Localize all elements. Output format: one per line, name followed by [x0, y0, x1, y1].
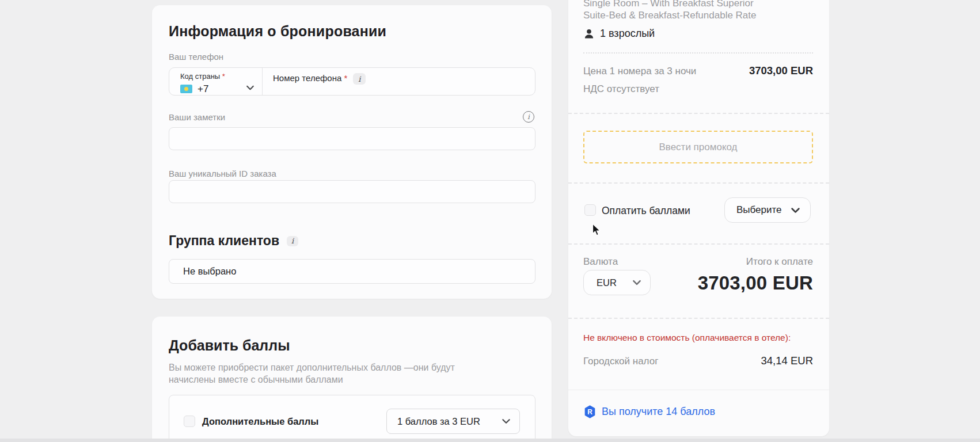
price-value: 3703,00 EUR	[749, 64, 813, 77]
total-label: Итого к оплате	[746, 256, 813, 268]
required-asterisk: *	[222, 72, 225, 81]
extra-points-selected-option: 1 баллов за 3 EUR	[397, 416, 480, 427]
person-icon	[583, 28, 595, 40]
info-icon[interactable]: i	[523, 111, 534, 123]
notes-input-wrap	[169, 127, 535, 150]
extra-points-select[interactable]: 1 баллов за 3 EUR	[386, 409, 520, 434]
mouse-cursor-icon	[592, 223, 602, 237]
extra-points-checkbox[interactable]	[184, 416, 195, 427]
booking-info-card: Информация о бронировании Ваш телефон Ко…	[152, 5, 552, 299]
pay-with-points-checkbox[interactable]	[584, 204, 596, 216]
client-group-header: Группа клиентов i	[169, 233, 298, 249]
separator	[568, 243, 829, 245]
guests-count: 1 взрослый	[600, 28, 655, 40]
booking-info-title: Информация о бронировании	[169, 23, 386, 40]
separator	[568, 182, 829, 184]
add-points-description: Вы можете приобрести пакет дополнительны…	[169, 361, 483, 386]
country-code-label: Код страны *	[180, 72, 255, 81]
vat-note: НДС отсутствует	[583, 83, 659, 95]
extra-points-label: Дополнительные баллы	[202, 416, 318, 427]
add-points-title: Добавить баллы	[169, 337, 290, 354]
order-id-input[interactable]	[169, 181, 535, 203]
total-value: 3703,00 EUR	[698, 272, 813, 294]
phone-label: Ваш телефон	[169, 52, 223, 62]
chevron-down-icon	[632, 277, 642, 288]
booking-summary-card: Single Room – With Breakfast Superior Su…	[568, 0, 829, 436]
currency-value: EUR	[597, 277, 617, 288]
client-group-title: Группа клиентов	[169, 233, 279, 249]
country-code-select[interactable]: Код страны * +7	[169, 68, 262, 95]
rewards-badge-icon: R	[583, 405, 597, 418]
currency-label: Валюта	[583, 256, 618, 268]
room-title-line2: Suite-Bed & Breakfast-Refundable Rate	[583, 9, 819, 21]
notes-input[interactable]	[169, 128, 535, 150]
order-id-label: Ваш уникальный ID заказа	[169, 169, 276, 178]
required-asterisk: *	[344, 73, 347, 83]
country-code-value-row: +7	[180, 83, 255, 95]
chevron-down-icon	[245, 83, 255, 95]
booking-page: Информация о бронировании Ваш телефон Ко…	[0, 0, 980, 442]
chevron-down-icon	[790, 205, 801, 216]
promo-code-button[interactable]: Ввести промокод	[583, 131, 813, 163]
guests-row: 1 взрослый	[583, 28, 655, 40]
order-id-input-wrap	[169, 180, 535, 203]
separator	[568, 318, 829, 319]
points-earned-row: R Вы получите 14 баллов	[583, 405, 715, 418]
pay-with-points-label: Оплатить баллами	[602, 205, 690, 217]
separator	[583, 52, 813, 54]
phone-input-group: Код страны * +7 Номер телефона * i	[169, 67, 535, 96]
price-label: Цена 1 номера за 3 ночи	[583, 66, 696, 77]
points-select-placeholder: Выберите	[736, 204, 782, 216]
city-tax-label: Городской налог	[583, 356, 658, 367]
currency-select[interactable]: EUR	[583, 270, 651, 295]
svg-text:R: R	[587, 408, 592, 416]
points-earned-text: Вы получите 14 баллов	[602, 406, 715, 418]
phone-number-label: Номер телефона *	[273, 73, 347, 83]
room-title-line1: Single Room – With Breakfast Superior	[583, 0, 819, 9]
kazakhstan-flag-icon	[180, 85, 192, 93]
separator	[568, 390, 829, 390]
client-group-select[interactable]: Не выбрано	[169, 259, 535, 284]
info-icon[interactable]: i	[287, 236, 298, 246]
city-tax-value: 34,14 EUR	[761, 355, 814, 367]
info-icon[interactable]: i	[353, 73, 366, 85]
client-group-value: Не выбрано	[183, 266, 236, 277]
extra-points-box: Дополнительные баллы 1 баллов за 3 EUR	[169, 395, 535, 442]
points-select[interactable]: Выберите	[724, 197, 811, 223]
notes-label: Ваши заметки	[169, 112, 225, 122]
not-included-header: Не включено в стоимость (оплачивается в …	[583, 333, 791, 343]
separator	[568, 113, 829, 114]
country-code-value: +7	[197, 83, 208, 95]
city-tax-row: Городской налог 34,14 EUR	[583, 355, 813, 367]
page-bottom-band	[0, 439, 980, 442]
price-row: Цена 1 номера за 3 ночи 3703,00 EUR	[583, 64, 813, 77]
phone-number-input[interactable]: Номер телефона * i	[263, 68, 535, 95]
room-title: Single Room – With Breakfast Superior Su…	[583, 0, 819, 21]
add-points-card: Добавить баллы Вы можете приобрести паке…	[152, 317, 552, 442]
chevron-down-icon	[501, 416, 511, 426]
